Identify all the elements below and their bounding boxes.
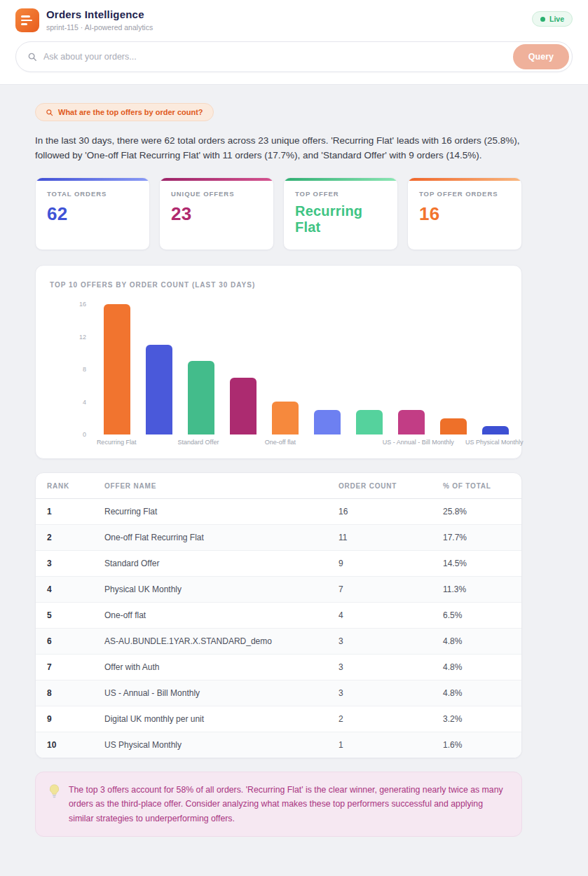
table-cell: Offer with Auth [104, 655, 339, 680]
chart-y-axis: 0481216 [50, 304, 96, 434]
table-cell: 1 [339, 732, 443, 758]
app-header: Orders Intelligence sprint-115 · AI-powe… [0, 0, 588, 85]
table-cell: 4.8% [443, 655, 521, 680]
table-cell: Recurring Flat [104, 499, 339, 525]
bar-AS-AU.BUNDLE.1YAR.X.STANDARD_demo [314, 410, 341, 434]
app-logo-icon [15, 8, 39, 32]
y-tick-label: 8 [83, 366, 86, 373]
table-cell: 2 [339, 706, 443, 732]
table-cell: 7 [339, 577, 443, 603]
table-body: 1Recurring Flat1625.8%2One-off Flat Recu… [36, 499, 521, 758]
bar-slot [390, 304, 432, 434]
bar-slot [432, 304, 474, 434]
search-bar: Query [15, 41, 573, 72]
y-tick-label: 0 [83, 431, 86, 438]
chart-card: TOP 10 OFFERS BY ORDER COUNT (LAST 30 DA… [35, 265, 522, 459]
stat-card-1: UNIQUE OFFERS23 [159, 177, 274, 250]
table-cell: 17.7% [443, 525, 521, 551]
table-header-cell: OFFER NAME [104, 473, 339, 499]
page: Orders Intelligence sprint-115 · AI-powe… [0, 0, 588, 876]
x-tick-label: US Physical Monthly [465, 439, 507, 446]
table-cell: 3 [339, 655, 443, 680]
table-cell: US - Annual - Bill Monthly [104, 680, 339, 706]
bar-slot [474, 304, 517, 434]
table-cell: Physical UK Monthly [104, 577, 339, 603]
table-cell: 3 [36, 551, 104, 577]
query-suggestion-chip[interactable]: What are the top offers by order count? [35, 103, 214, 121]
table-cell: 7 [36, 655, 104, 680]
bar-slot [96, 304, 138, 434]
table-cell: 14.5% [443, 551, 521, 577]
query-chip-label: What are the top offers by order count? [58, 108, 203, 116]
search-input[interactable] [43, 52, 513, 62]
stat-label: TOTAL ORDERS [47, 190, 138, 198]
stat-card-0: TOTAL ORDERS62 [35, 177, 150, 250]
bar-Physical UK Monthly [230, 378, 257, 434]
bar-Offer with Auth [356, 410, 383, 434]
table-header-cell: % OF TOTAL [443, 473, 521, 499]
offers-table: RANKOFFER NAMEORDER COUNT% OF TOTAL 1Rec… [36, 473, 521, 758]
bar-slot [222, 304, 264, 434]
bar-slot [264, 304, 306, 434]
insight-callout: The top 3 offers account for 58% of all … [35, 772, 522, 837]
header-titles: Orders Intelligence sprint-115 · AI-powe… [46, 8, 532, 32]
table-row: 8US - Annual - Bill Monthly34.8% [36, 680, 521, 706]
table-row: 10US Physical Monthly11.6% [36, 732, 521, 758]
table-cell: 16 [339, 499, 443, 525]
table-header: RANKOFFER NAMEORDER COUNT% OF TOTAL [36, 473, 521, 499]
chart-title: TOP 10 OFFERS BY ORDER COUNT (LAST 30 DA… [50, 281, 507, 289]
query-button[interactable]: Query [513, 44, 569, 69]
table-cell: One-off Flat Recurring Flat [104, 525, 339, 551]
stat-card-3: TOP OFFER ORDERS16 [407, 177, 522, 250]
stat-label: TOP OFFER ORDERS [419, 190, 510, 198]
table-cell: 1 [36, 499, 104, 525]
table-cell: US Physical Monthly [104, 732, 339, 758]
y-tick-label: 12 [79, 334, 86, 341]
table-cell: 10 [36, 732, 104, 758]
table-cell: 3 [339, 680, 443, 706]
x-tick-label: One-off flat [260, 439, 301, 446]
table-row: 4Physical UK Monthly711.3% [36, 577, 521, 603]
live-dot-icon [540, 17, 545, 22]
table-cell: 4 [339, 603, 443, 629]
bar-slot [306, 304, 348, 434]
bar-slot [180, 304, 222, 434]
table-cell: 4.8% [443, 680, 521, 706]
x-tick-label: Recurring Flat [96, 439, 137, 446]
search-row: Query [15, 41, 573, 72]
table-cell: 6.5% [443, 603, 521, 629]
stat-value: Recurring Flat [295, 203, 386, 235]
table-cell: 6 [36, 629, 104, 655]
header-top: Orders Intelligence sprint-115 · AI-powe… [15, 8, 573, 32]
bar-slot [138, 304, 180, 434]
x-tick-label: US - Annual - Bill Monthly [383, 439, 425, 446]
table-cell: AS-AU.BUNDLE.1YAR.X.STANDARD_demo [104, 629, 339, 655]
y-tick-label: 16 [79, 301, 86, 308]
page-title: Orders Intelligence [46, 8, 532, 20]
table-cell: 3.2% [443, 706, 521, 732]
table-cell: 8 [36, 680, 104, 706]
table-cell: 1.6% [443, 732, 521, 758]
table-row: 3Standard Offer914.5% [36, 551, 521, 577]
table-cell: 4.8% [443, 629, 521, 655]
bar-US Physical Monthly [482, 426, 509, 434]
table-row: 1Recurring Flat1625.8% [36, 499, 521, 525]
y-tick-label: 4 [83, 399, 86, 406]
page-subtitle: sprint-115 · AI-powered analytics [46, 23, 532, 32]
x-tick-label: Standard Offer [178, 439, 219, 446]
bar-slot [348, 304, 390, 434]
chart-bars [96, 304, 517, 434]
x-tick-label [137, 439, 177, 446]
stat-value: 16 [419, 203, 510, 225]
bar-One-off Flat Recurring Flat [146, 345, 172, 434]
table-cell: 5 [36, 603, 104, 629]
table-cell: 11 [339, 525, 443, 551]
table-row: 9Digital UK monthly per unit23.2% [36, 706, 521, 732]
bar-US - Annual - Bill Monthly [398, 410, 425, 434]
search-icon [27, 52, 37, 62]
table-cell: One-off flat [104, 603, 339, 629]
search-icon [46, 109, 53, 116]
table-cell: 25.8% [443, 499, 521, 525]
table-header-cell: ORDER COUNT [339, 473, 443, 499]
table-cell: 9 [36, 706, 104, 732]
